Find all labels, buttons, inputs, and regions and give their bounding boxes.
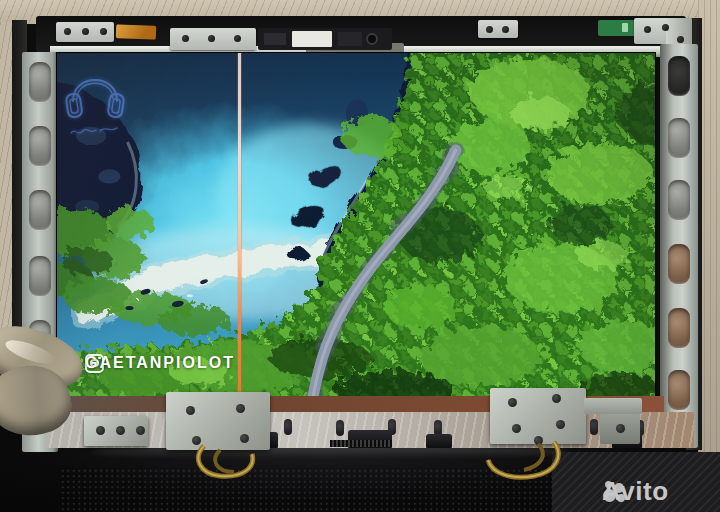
- hinge-screw: [136, 426, 145, 435]
- rail-cutout: [668, 180, 690, 220]
- green-pcb: [598, 20, 636, 36]
- lcd-defect-line: [238, 53, 241, 398]
- lcd-screen: GAETANPIOLOT: [56, 52, 656, 398]
- webcam-chip: [264, 33, 286, 45]
- hinge-left-large: [166, 392, 270, 450]
- watermark-handle: GAETANPIOLOT: [85, 354, 235, 372]
- rail-cutout: [668, 308, 690, 348]
- headphones-icon: [63, 57, 127, 149]
- hinge-screw: [552, 394, 561, 403]
- screw-hole: [677, 36, 684, 43]
- screw-hole: [182, 35, 189, 42]
- hinge-screw: [512, 424, 521, 433]
- rail-slot: [336, 420, 344, 436]
- hinge-screw: [236, 404, 245, 413]
- hinge-screw: [616, 424, 625, 433]
- webcam-module: [258, 28, 392, 50]
- screw-hole: [234, 35, 241, 42]
- screw-hole: [64, 28, 71, 35]
- kapton-tape: [116, 24, 156, 39]
- rail-cutout: [668, 56, 690, 96]
- webcam-lens: [366, 33, 378, 45]
- screw-hole: [662, 24, 669, 31]
- rail-cutout: [668, 244, 690, 284]
- connector-clip: [426, 434, 452, 448]
- rail-slot: [284, 419, 292, 435]
- hinge-screw: [186, 406, 195, 415]
- screw-hole: [208, 35, 215, 42]
- screw-hole: [502, 26, 509, 33]
- screw-hole: [100, 28, 107, 35]
- hinge-screw: [240, 434, 249, 443]
- rail-cutout: [668, 118, 690, 158]
- screen-photo-aerial-beach: [57, 53, 656, 398]
- rail-cutout: [29, 190, 51, 230]
- webcam-chip: [338, 32, 362, 46]
- hinge-screw: [96, 426, 105, 435]
- hinge-bracket-top-right: [478, 20, 518, 38]
- hinge-wire-right: [468, 440, 568, 484]
- hinge-wire-left: [190, 444, 270, 480]
- rail-cutout: [29, 126, 51, 166]
- rail-slot: [590, 419, 598, 435]
- avito-label: Avito: [602, 476, 669, 507]
- webcam-sticker: [292, 31, 332, 47]
- avito-watermark: Avito: [602, 474, 718, 508]
- screw-hole: [486, 26, 493, 33]
- screw-hole: [82, 28, 89, 35]
- rail-cutout: [668, 370, 690, 410]
- photo-disassembled-laptop-screen: GAETANPIOLOT: [0, 0, 720, 512]
- hinge-screw: [556, 420, 565, 429]
- hinge-screw: [508, 398, 517, 407]
- screw-hole: [644, 26, 651, 33]
- pcb-mark: [622, 23, 628, 32]
- connector-pins: [330, 440, 392, 447]
- rail-cutout: [29, 256, 51, 296]
- hinge-right-arm: [584, 398, 642, 414]
- hinge-screw: [116, 426, 125, 435]
- rail-cutout: [29, 62, 51, 102]
